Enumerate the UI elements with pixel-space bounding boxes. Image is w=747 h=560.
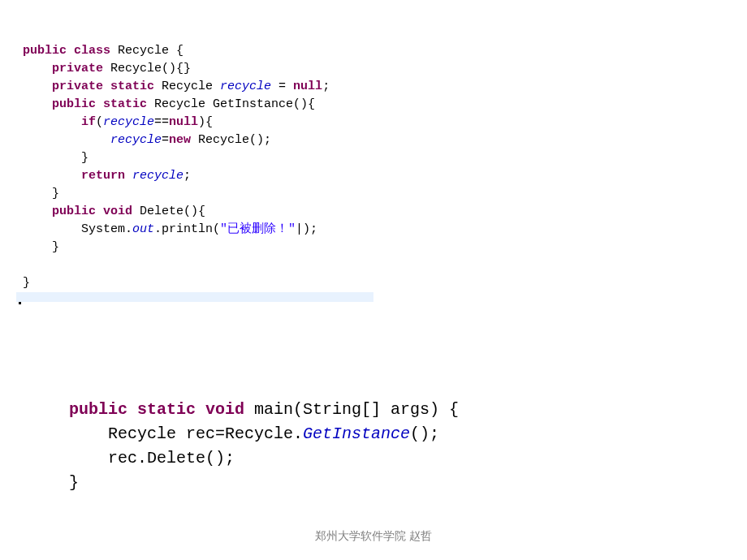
close-call: );: [303, 222, 317, 236]
main-signature: main(String[] args) {: [244, 400, 459, 419]
open-paren: (: [96, 115, 103, 129]
field-recycle: recycle: [110, 133, 162, 147]
close-brace: }: [81, 151, 89, 165]
call-end: ();: [410, 424, 439, 443]
close-brace: }: [52, 187, 59, 200]
code-block-main-method: public static void main(String[] args) {…: [69, 373, 459, 495]
text-cursor: |: [296, 222, 303, 236]
keyword-private: private: [52, 62, 103, 75]
editor-highlight-band: [16, 292, 374, 302]
constructor: Recycle(){}: [103, 62, 191, 75]
keyword-void: void: [103, 205, 132, 218]
assign: =: [271, 80, 293, 93]
keyword-public: public: [23, 44, 67, 58]
class-name: Recycle {: [110, 44, 184, 58]
editor-caret-mark: [19, 302, 21, 304]
keyword-new: new: [169, 133, 191, 147]
keyword-static: static: [137, 400, 196, 419]
close-brace: }: [52, 240, 59, 254]
constructor-call: Recycle();: [191, 133, 271, 147]
keyword-if: if: [81, 115, 96, 129]
getinstance-call: GetInstance: [303, 424, 410, 443]
semicolon: ;: [184, 169, 191, 183]
close-brace: ){: [198, 115, 213, 129]
keyword-void: void: [205, 400, 244, 419]
type: Recycle: [154, 80, 220, 93]
println: .println(: [154, 222, 220, 236]
space: [125, 169, 132, 183]
keyword-null: null: [169, 115, 198, 129]
keyword-static: static: [103, 97, 147, 111]
field-recycle: recycle: [103, 115, 154, 129]
op-equals: ==: [154, 115, 169, 129]
keyword-private: private: [52, 80, 103, 93]
keyword-public: public: [52, 97, 96, 111]
keyword-return: return: [81, 169, 125, 183]
close-brace: }: [23, 276, 30, 290]
string-literal: "已被删除！": [220, 222, 296, 236]
method-signature: Recycle GetInstance(){: [147, 97, 315, 111]
method-signature: Delete(){: [132, 205, 205, 218]
keyword-class: class: [74, 44, 110, 58]
semicolon: ;: [322, 80, 330, 93]
recycle-var: Recycle rec=Recycle.: [108, 424, 303, 443]
keyword-null: null: [293, 80, 322, 93]
footer-credit: 郑州大学软件学院 赵哲: [0, 529, 747, 544]
assign: =: [162, 133, 169, 147]
keyword-public: public: [52, 205, 96, 218]
field-recycle: recycle: [132, 169, 184, 183]
keyword-public: public: [69, 400, 127, 419]
close-brace: }: [69, 473, 79, 492]
field-out: out: [132, 222, 154, 236]
delete-call: rec.Delete();: [108, 449, 235, 467]
code-block-recycle-class: public class Recycle { private Recycle()…: [23, 24, 330, 292]
field-recycle: recycle: [220, 80, 271, 93]
system-out: System.: [81, 222, 132, 236]
keyword-static: static: [110, 80, 154, 93]
